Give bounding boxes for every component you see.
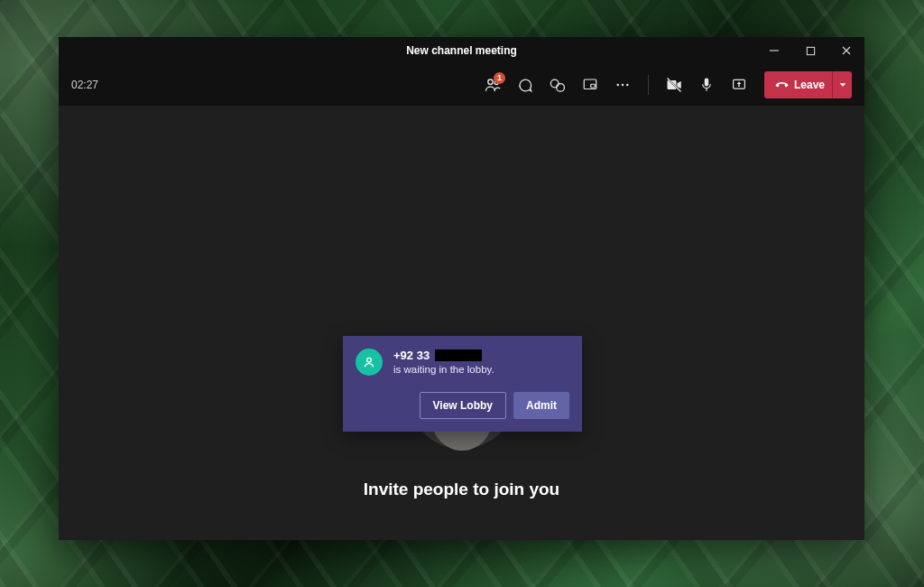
meeting-toolbar: 02:27 1 <box>59 64 864 106</box>
rooms-button[interactable] <box>576 70 605 99</box>
svg-point-7 <box>557 83 565 91</box>
caller-avatar <box>356 349 383 376</box>
leave-caret[interactable] <box>832 71 852 98</box>
lobby-notification: +92 33 is waiting in the lobby. View Lob… <box>343 336 582 432</box>
view-lobby-button[interactable]: View Lobby <box>420 392 506 419</box>
participants-badge: 1 <box>494 72 505 84</box>
titlebar: New channel meeting <box>59 37 864 64</box>
camera-button[interactable] <box>660 70 688 99</box>
leave-label-text: Leave <box>794 79 825 91</box>
redacted-number <box>435 349 482 361</box>
close-button[interactable] <box>828 37 864 64</box>
svg-point-11 <box>622 84 624 87</box>
svg-point-12 <box>626 84 629 87</box>
call-timer: 02:27 <box>71 79 98 91</box>
participants-button[interactable]: 1 <box>478 70 507 99</box>
meeting-window: New channel meeting 02:27 1 <box>59 37 864 540</box>
minimize-button[interactable] <box>756 37 792 64</box>
chat-button[interactable] <box>511 70 540 99</box>
maximize-button[interactable] <box>792 37 828 64</box>
svg-point-10 <box>616 84 619 87</box>
svg-rect-9 <box>591 84 596 88</box>
microphone-button[interactable] <box>692 70 721 99</box>
svg-point-6 <box>551 79 559 88</box>
toolbar-divider <box>648 75 649 95</box>
svg-rect-15 <box>706 89 707 91</box>
lobby-message: is waiting in the lobby. <box>393 364 494 375</box>
svg-point-4 <box>488 79 493 84</box>
caller-number: +92 33 <box>393 349 430 362</box>
leave-button[interactable]: Leave <box>764 71 852 98</box>
reactions-button[interactable] <box>543 70 572 99</box>
window-controls <box>756 37 864 64</box>
hangup-icon <box>775 77 789 93</box>
more-actions-button[interactable] <box>608 70 637 99</box>
share-button[interactable] <box>725 70 753 99</box>
svg-point-17 <box>367 358 372 362</box>
admit-button[interactable]: Admit <box>513 392 569 419</box>
svg-rect-1 <box>807 47 814 54</box>
window-title: New channel meeting <box>406 44 517 57</box>
meeting-stage: +92 33 is waiting in the lobby. View Lob… <box>59 106 864 540</box>
invite-heading: Invite people to join you <box>59 480 864 499</box>
